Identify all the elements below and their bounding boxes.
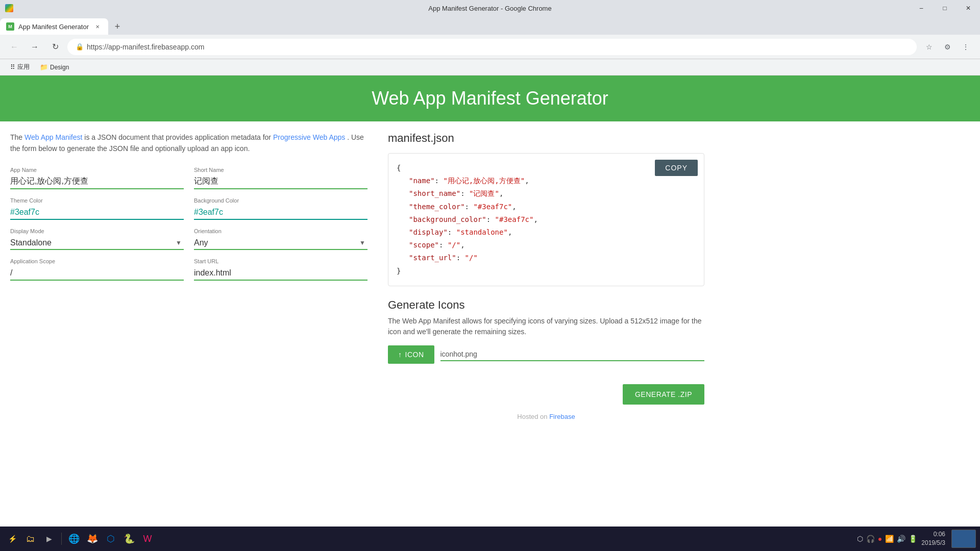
time-display: 0:06 2019/5/3 <box>921 530 945 547</box>
web-app-manifest-link[interactable]: Web App Manifest <box>24 133 82 141</box>
display-mode-select-wrapper: Standalone Fullscreen Minimal UI Browser… <box>10 236 184 250</box>
json-theme-color-line: "theme_color": "#3eaf7c", <box>397 201 696 213</box>
battery-icon[interactable]: 🔋 <box>909 535 917 543</box>
generate-zip-button[interactable]: GENERATE .ZIP <box>623 384 704 405</box>
start-url-group: Start URL <box>194 258 368 281</box>
address-wrapper[interactable]: 🔒 https://app-manifest.firebaseapp.com <box>67 39 917 55</box>
active-tab[interactable]: M App Manifest Generator ✕ <box>0 18 108 35</box>
headphone-icon[interactable]: 🎧 <box>866 535 875 543</box>
app-name-group: App Name <box>10 167 184 189</box>
display-mode-select[interactable]: Standalone Fullscreen Minimal UI Browser <box>10 236 184 250</box>
display-mode-group: Display Mode Standalone Fullscreen Minim… <box>10 228 184 250</box>
intro-text: The Web App Manifest is a JSON document … <box>10 132 368 155</box>
json-start-url-key: "start_url" <box>409 254 456 262</box>
json-content: { "name": "用心记,放心阅,方便查", "short_name": "… <box>397 162 696 278</box>
page-content: Web App Manifest Generator The Web App M… <box>0 76 980 527</box>
window-title: App Manifest Generator - Google Chrome <box>428 5 551 12</box>
icon-upload-button[interactable]: ↑ ICON <box>388 345 434 364</box>
bookmark-apps[interactable]: ⠿ 应用 <box>6 61 34 73</box>
forward-button[interactable]: → <box>27 39 43 55</box>
wifi-icon[interactable]: 📶 <box>885 535 894 543</box>
taskbar-pycharm-icon[interactable]: 🐍 <box>121 531 137 547</box>
background-color-group: Background Color <box>194 197 368 220</box>
json-bg-color-line: "background_color": "#3eaf7c", <box>397 213 696 226</box>
orientation-select-wrapper: Any Portrait Landscape ▼ <box>194 236 368 250</box>
json-short-name-key: "short_name" <box>409 189 460 197</box>
json-short-name-value: "记阅查" <box>469 189 499 197</box>
intro-middle: is a JSON document that provides applica… <box>84 133 273 141</box>
icon-upload-label: ICON <box>405 350 424 359</box>
start-url-input[interactable] <box>194 266 368 281</box>
app-scope-input[interactable] <box>10 266 184 281</box>
start-url-label: Start URL <box>194 258 368 264</box>
extension-button[interactable]: ⚙ <box>939 39 955 55</box>
short-name-label: Short Name <box>194 167 368 173</box>
reload-button[interactable]: ↻ <box>47 39 63 55</box>
icon-filename-input[interactable] <box>440 348 705 361</box>
desktop-preview-button[interactable] <box>951 530 976 548</box>
json-display-value: "standalone" <box>456 228 508 236</box>
json-start-url-line: "start_url": "/" <box>397 252 696 264</box>
taskbar-chrome-icon[interactable]: 🌐 <box>66 531 82 547</box>
taskbar-divider-1 <box>61 533 62 545</box>
main-layout: The Web App Manifest is a JSON document … <box>0 121 715 439</box>
folder-icon: 📁 <box>40 63 48 71</box>
address-bar: ← → ↻ 🔒 https://app-manifest.firebaseapp… <box>0 35 980 59</box>
upload-icon: ↑ <box>398 350 402 359</box>
orientation-select[interactable]: Any Portrait Landscape <box>194 236 368 250</box>
left-panel: The Web App Manifest is a JSON document … <box>10 132 368 429</box>
json-start-url-value: "/" <box>465 254 478 262</box>
right-panel: manifest.json COPY { "name": "用心记,放心阅,方便… <box>388 132 704 429</box>
menu-button[interactable]: ⋮ <box>958 39 974 55</box>
maximize-button[interactable]: □ <box>933 0 957 16</box>
minimize-button[interactable]: – <box>910 0 933 16</box>
form-row-3: Display Mode Standalone Fullscreen Minim… <box>10 228 368 250</box>
lock-icon: 🔒 <box>76 43 84 51</box>
json-close-brace: } <box>397 265 696 278</box>
tab-bar: M App Manifest Generator ✕ + <box>0 16 980 35</box>
tab-favicon: M <box>6 22 14 31</box>
taskbar-firefox-icon[interactable]: 🦊 <box>84 531 101 547</box>
json-name-value: "用心记,放心阅,方便查" <box>443 177 525 185</box>
copy-button[interactable]: COPY <box>655 160 698 176</box>
theme-color-input[interactable] <box>10 206 184 220</box>
bookmark-star-button[interactable]: ☆ <box>921 39 937 55</box>
form-row-1: App Name Short Name <box>10 167 368 189</box>
icons-description: The Web App Manifest allows for specifyi… <box>388 316 704 337</box>
taskbar-files-icon[interactable]: 🗂 <box>22 531 39 547</box>
taskbar-terminal-icon[interactable]: ▶ <box>41 531 57 547</box>
taskbar-search-icon[interactable]: ⚡ <box>4 531 20 547</box>
app-name-label: App Name <box>10 167 184 173</box>
bluetooth-icon[interactable]: ⬡ <box>857 535 863 543</box>
background-color-label: Background Color <box>194 197 368 204</box>
orientation-label: Orientation <box>194 228 368 234</box>
app-name-input[interactable] <box>10 175 184 189</box>
pwa-link[interactable]: Progressive Web Apps <box>273 133 345 141</box>
short-name-input[interactable] <box>194 175 368 189</box>
notification-icon[interactable]: ● <box>878 535 882 543</box>
volume-icon[interactable]: 🔊 <box>897 535 905 543</box>
json-open-brace: { <box>397 162 696 174</box>
intro-before: The <box>10 133 24 141</box>
page-footer: Hosted on Firebase <box>388 405 704 429</box>
tab-close-button[interactable]: ✕ <box>93 22 102 31</box>
url-display: https://app-manifest.firebaseapp.com <box>87 43 204 51</box>
json-scope-line: "scope": "/", <box>397 239 696 252</box>
new-tab-button[interactable]: + <box>110 19 125 34</box>
json-short-name-line: "short_name": "记阅查", <box>397 187 696 200</box>
bookmark-design[interactable]: 📁 Design <box>36 61 73 73</box>
app-header: Web App Manifest Generator <box>0 76 980 121</box>
bookmark-design-label: Design <box>50 64 69 71</box>
bookmarks-bar: ⠿ 应用 📁 Design <box>0 59 980 76</box>
background-color-input[interactable] <box>194 206 368 220</box>
json-theme-color-value: "#3eaf7c" <box>473 203 512 211</box>
back-button[interactable]: ← <box>6 39 22 55</box>
orientation-group: Orientation Any Portrait Landscape ▼ <box>194 228 368 250</box>
clock-time: 0:06 <box>921 530 945 539</box>
taskbar-vscode-icon[interactable]: ⬡ <box>103 531 119 547</box>
footer-text-before: Hosted on <box>517 413 549 420</box>
close-button[interactable]: ✕ <box>957 0 980 16</box>
short-name-group: Short Name <box>194 167 368 189</box>
taskbar-app5-icon[interactable]: W <box>139 531 156 547</box>
firebase-link[interactable]: Firebase <box>549 413 575 420</box>
